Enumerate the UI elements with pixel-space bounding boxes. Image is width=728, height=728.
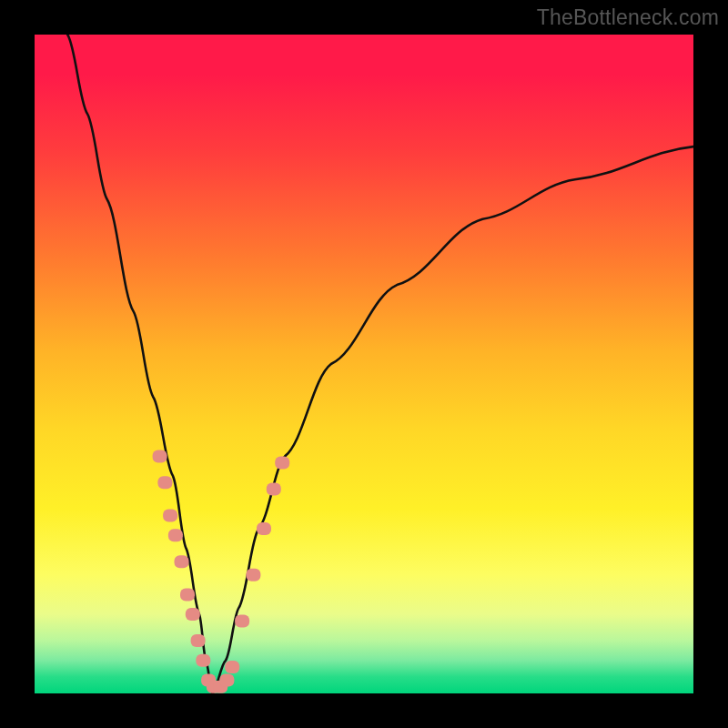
plot-area: [35, 35, 693, 693]
curve-right-branch: [212, 147, 693, 693]
marker-point: [225, 661, 239, 673]
curve-lines: [67, 35, 693, 693]
marker-point: [257, 522, 271, 535]
marker-point: [235, 614, 249, 627]
marker-point: [175, 555, 189, 568]
marker-point: [246, 569, 260, 581]
marker-point: [267, 483, 281, 496]
marker-point: [153, 450, 167, 462]
chart-frame: TheBottleneck.com: [0, 0, 728, 728]
chart-svg: [35, 35, 693, 693]
marker-point: [168, 529, 183, 541]
marker-point: [186, 608, 200, 621]
marker-point: [157, 476, 172, 489]
marker-point: [191, 634, 206, 647]
marker-point: [275, 457, 289, 470]
data-markers: [153, 450, 290, 693]
marker-point: [180, 588, 195, 601]
marker-point: [196, 654, 210, 667]
marker-point: [219, 674, 234, 687]
watermark-text: TheBottleneck.com: [537, 5, 719, 30]
marker-point: [163, 510, 177, 522]
